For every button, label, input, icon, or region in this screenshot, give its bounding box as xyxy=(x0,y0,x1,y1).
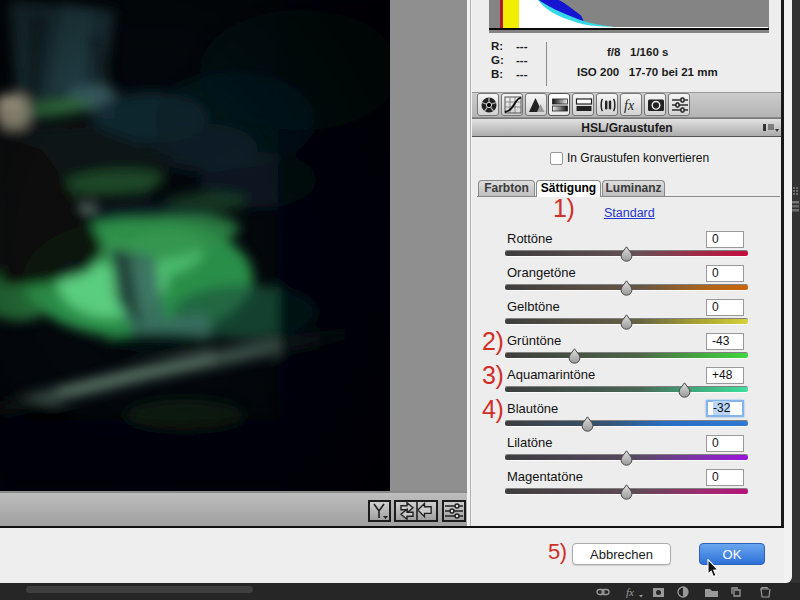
svg-text:fx: fx xyxy=(626,586,634,598)
svg-text:fx: fx xyxy=(624,98,635,113)
